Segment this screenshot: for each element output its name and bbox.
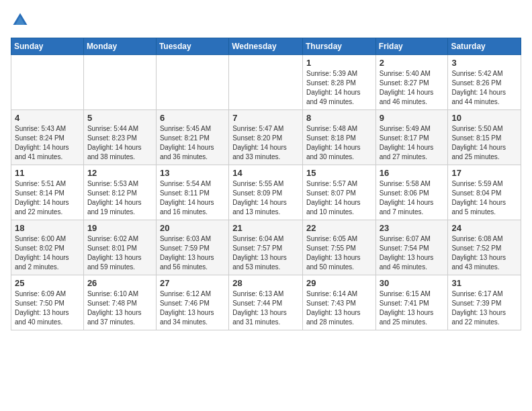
day-info: Sunrise: 5:51 AM Sunset: 8:14 PM Dayligh…: [15, 179, 80, 217]
day-number: 17: [451, 168, 517, 178]
calendar-cell: 29Sunrise: 6:14 AM Sunset: 7:43 PM Dayli…: [302, 275, 375, 330]
day-info: Sunrise: 6:03 AM Sunset: 7:59 PM Dayligh…: [160, 234, 225, 272]
calendar-cell: 16Sunrise: 5:58 AM Sunset: 8:06 PM Dayli…: [375, 165, 448, 220]
day-info: Sunrise: 6:02 AM Sunset: 8:01 PM Dayligh…: [87, 234, 152, 272]
day-header-monday: Monday: [83, 38, 156, 55]
logo-icon: [11, 11, 30, 30]
calendar-cell: 2Sunrise: 5:40 AM Sunset: 8:27 PM Daylig…: [375, 55, 448, 110]
calendar-cell: [229, 55, 303, 110]
day-info: Sunrise: 5:39 AM Sunset: 8:28 PM Dayligh…: [306, 69, 372, 107]
calendar-week-row: 18Sunrise: 6:00 AM Sunset: 8:02 PM Dayli…: [11, 220, 521, 275]
day-info: Sunrise: 5:48 AM Sunset: 8:18 PM Dayligh…: [306, 124, 372, 162]
day-info: Sunrise: 5:50 AM Sunset: 8:15 PM Dayligh…: [451, 124, 517, 162]
logo: [11, 11, 32, 30]
calendar-cell: [156, 55, 228, 110]
calendar-cell: 23Sunrise: 6:07 AM Sunset: 7:54 PM Dayli…: [375, 220, 448, 275]
calendar-cell: 13Sunrise: 5:54 AM Sunset: 8:11 PM Dayli…: [156, 165, 228, 220]
day-info: Sunrise: 6:15 AM Sunset: 7:41 PM Dayligh…: [380, 289, 445, 327]
calendar-cell: 1Sunrise: 5:39 AM Sunset: 8:28 PM Daylig…: [302, 55, 375, 110]
day-number: 12: [87, 168, 152, 178]
day-info: Sunrise: 6:07 AM Sunset: 7:54 PM Dayligh…: [380, 234, 445, 272]
day-number: 10: [451, 113, 517, 123]
day-info: Sunrise: 6:10 AM Sunset: 7:48 PM Dayligh…: [87, 289, 152, 327]
day-number: 5: [87, 113, 152, 123]
day-info: Sunrise: 6:17 AM Sunset: 7:39 PM Dayligh…: [451, 289, 517, 327]
day-number: 13: [160, 168, 225, 178]
calendar-cell: 28Sunrise: 6:13 AM Sunset: 7:44 PM Dayli…: [229, 275, 303, 330]
calendar-week-row: 25Sunrise: 6:09 AM Sunset: 7:50 PM Dayli…: [11, 275, 521, 330]
day-info: Sunrise: 5:55 AM Sunset: 8:09 PM Dayligh…: [232, 179, 299, 217]
day-number: 23: [380, 223, 445, 233]
day-number: 28: [232, 278, 299, 288]
calendar-cell: 5Sunrise: 5:44 AM Sunset: 8:23 PM Daylig…: [83, 110, 156, 165]
day-number: 19: [87, 223, 152, 233]
day-info: Sunrise: 5:59 AM Sunset: 8:04 PM Dayligh…: [451, 179, 517, 217]
day-info: Sunrise: 5:43 AM Sunset: 8:24 PM Dayligh…: [15, 124, 80, 162]
calendar-cell: 24Sunrise: 6:08 AM Sunset: 7:52 PM Dayli…: [448, 220, 521, 275]
calendar-cell: 27Sunrise: 6:12 AM Sunset: 7:46 PM Dayli…: [156, 275, 228, 330]
day-number: 30: [380, 278, 445, 288]
day-info: Sunrise: 6:05 AM Sunset: 7:55 PM Dayligh…: [306, 234, 372, 272]
day-number: 20: [160, 223, 225, 233]
calendar-week-row: 1Sunrise: 5:39 AM Sunset: 8:28 PM Daylig…: [11, 55, 521, 110]
day-info: Sunrise: 6:14 AM Sunset: 7:43 PM Dayligh…: [306, 289, 372, 327]
day-number: 15: [306, 168, 372, 178]
day-number: 2: [380, 58, 445, 68]
day-info: Sunrise: 6:04 AM Sunset: 7:57 PM Dayligh…: [232, 234, 299, 272]
calendar-header-row: SundayMondayTuesdayWednesdayThursdayFrid…: [11, 38, 521, 55]
day-info: Sunrise: 5:44 AM Sunset: 8:23 PM Dayligh…: [87, 124, 152, 162]
calendar-cell: 20Sunrise: 6:03 AM Sunset: 7:59 PM Dayli…: [156, 220, 228, 275]
day-info: Sunrise: 6:00 AM Sunset: 8:02 PM Dayligh…: [15, 234, 80, 272]
day-header-tuesday: Tuesday: [156, 38, 228, 55]
calendar-cell: 3Sunrise: 5:42 AM Sunset: 8:26 PM Daylig…: [448, 55, 521, 110]
day-number: 14: [232, 168, 299, 178]
calendar-cell: 6Sunrise: 5:45 AM Sunset: 8:21 PM Daylig…: [156, 110, 228, 165]
calendar-cell: 31Sunrise: 6:17 AM Sunset: 7:39 PM Dayli…: [448, 275, 521, 330]
day-number: 4: [15, 113, 80, 123]
calendar-cell: 4Sunrise: 5:43 AM Sunset: 8:24 PM Daylig…: [11, 110, 84, 165]
day-header-sunday: Sunday: [11, 38, 84, 55]
calendar-cell: 26Sunrise: 6:10 AM Sunset: 7:48 PM Dayli…: [83, 275, 156, 330]
day-info: Sunrise: 5:40 AM Sunset: 8:27 PM Dayligh…: [380, 69, 445, 107]
day-number: 7: [232, 113, 299, 123]
calendar-cell: 8Sunrise: 5:48 AM Sunset: 8:18 PM Daylig…: [302, 110, 375, 165]
calendar-cell: 9Sunrise: 5:49 AM Sunset: 8:17 PM Daylig…: [375, 110, 448, 165]
day-number: 25: [15, 278, 80, 288]
calendar-table: SundayMondayTuesdayWednesdayThursdayFrid…: [11, 38, 521, 330]
day-number: 22: [306, 223, 372, 233]
calendar-cell: 7Sunrise: 5:47 AM Sunset: 8:20 PM Daylig…: [229, 110, 303, 165]
day-info: Sunrise: 5:53 AM Sunset: 8:12 PM Dayligh…: [87, 179, 152, 217]
day-number: 24: [451, 223, 517, 233]
calendar-cell: 12Sunrise: 5:53 AM Sunset: 8:12 PM Dayli…: [83, 165, 156, 220]
calendar-cell: [83, 55, 156, 110]
day-info: Sunrise: 5:58 AM Sunset: 8:06 PM Dayligh…: [380, 179, 445, 217]
day-info: Sunrise: 6:09 AM Sunset: 7:50 PM Dayligh…: [15, 289, 80, 327]
day-info: Sunrise: 5:54 AM Sunset: 8:11 PM Dayligh…: [160, 179, 225, 217]
calendar-cell: 14Sunrise: 5:55 AM Sunset: 8:09 PM Dayli…: [229, 165, 303, 220]
day-info: Sunrise: 6:08 AM Sunset: 7:52 PM Dayligh…: [451, 234, 517, 272]
page-header: [11, 11, 521, 30]
calendar-cell: 21Sunrise: 6:04 AM Sunset: 7:57 PM Dayli…: [229, 220, 303, 275]
day-number: 1: [306, 58, 372, 68]
day-number: 8: [306, 113, 372, 123]
day-number: 31: [451, 278, 517, 288]
day-info: Sunrise: 5:45 AM Sunset: 8:21 PM Dayligh…: [160, 124, 225, 162]
day-number: 21: [232, 223, 299, 233]
calendar-cell: 17Sunrise: 5:59 AM Sunset: 8:04 PM Dayli…: [448, 165, 521, 220]
day-info: Sunrise: 5:57 AM Sunset: 8:07 PM Dayligh…: [306, 179, 372, 217]
day-header-saturday: Saturday: [448, 38, 521, 55]
day-number: 11: [15, 168, 80, 178]
calendar-cell: 15Sunrise: 5:57 AM Sunset: 8:07 PM Dayli…: [302, 165, 375, 220]
calendar-cell: 19Sunrise: 6:02 AM Sunset: 8:01 PM Dayli…: [83, 220, 156, 275]
day-header-friday: Friday: [375, 38, 448, 55]
day-header-thursday: Thursday: [302, 38, 375, 55]
calendar-cell: [11, 55, 84, 110]
calendar-cell: 25Sunrise: 6:09 AM Sunset: 7:50 PM Dayli…: [11, 275, 84, 330]
day-header-wednesday: Wednesday: [229, 38, 303, 55]
calendar-cell: 11Sunrise: 5:51 AM Sunset: 8:14 PM Dayli…: [11, 165, 84, 220]
calendar-cell: 22Sunrise: 6:05 AM Sunset: 7:55 PM Dayli…: [302, 220, 375, 275]
day-number: 6: [160, 113, 225, 123]
day-info: Sunrise: 5:47 AM Sunset: 8:20 PM Dayligh…: [232, 124, 299, 162]
calendar-cell: 10Sunrise: 5:50 AM Sunset: 8:15 PM Dayli…: [448, 110, 521, 165]
calendar-week-row: 4Sunrise: 5:43 AM Sunset: 8:24 PM Daylig…: [11, 110, 521, 165]
